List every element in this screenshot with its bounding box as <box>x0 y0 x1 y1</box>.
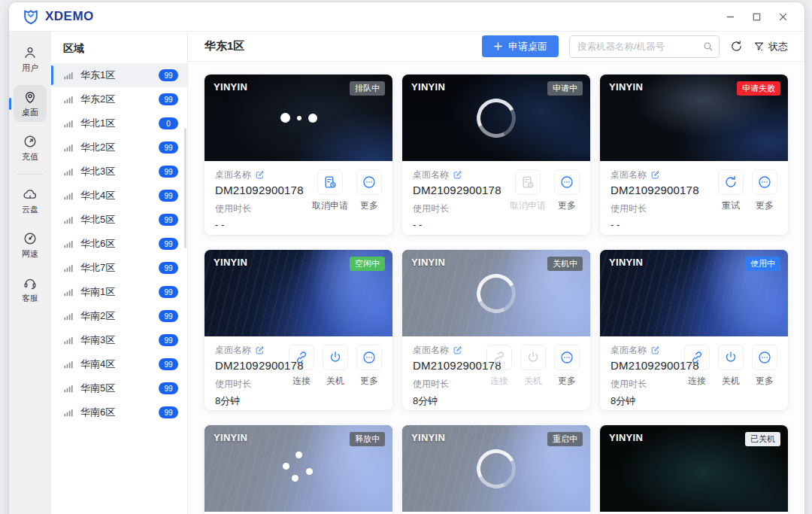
signal-icon <box>63 94 74 105</box>
close-button[interactable] <box>778 12 788 22</box>
more-icon[interactable] <box>356 345 382 370</box>
power-icon[interactable] <box>323 345 348 370</box>
status-filter-label: 状态 <box>768 40 788 53</box>
duration-value: - - <box>413 219 501 230</box>
status-filter[interactable]: 状态 <box>753 40 788 53</box>
edit-name-icon[interactable] <box>650 345 660 355</box>
card-body: 桌面名称DM21092900178使用时长- -取消申请更多 <box>402 161 590 235</box>
region-item[interactable]: 华北3区99 <box>51 160 187 184</box>
action-more[interactable]: 更多 <box>752 169 777 230</box>
edit-name-icon[interactable] <box>650 170 660 180</box>
more-icon[interactable] <box>356 169 382 195</box>
region-item[interactable]: 华南6区99 <box>51 400 187 424</box>
region-count-badge: 99 <box>159 93 178 105</box>
edit-name-icon[interactable] <box>453 345 462 355</box>
action-label: 关机 <box>326 375 344 388</box>
power-icon[interactable] <box>718 345 744 370</box>
region-name: 华南1区 <box>80 285 159 299</box>
signal-icon <box>63 359 74 370</box>
action-power[interactable]: 关机 <box>323 345 348 408</box>
desktop-card: YINYIN申请中桌面名称DM21092900178使用时长- -取消申请更多 <box>402 75 590 235</box>
rail-item-充值[interactable]: 充值 <box>14 129 47 166</box>
rail-divider <box>17 174 43 175</box>
search-input[interactable] <box>569 35 720 58</box>
region-count-badge: 99 <box>159 69 178 81</box>
rail-item-label: 桌面 <box>22 107 38 118</box>
edit-name-icon[interactable] <box>255 170 265 180</box>
region-name: 华南2区 <box>80 309 159 323</box>
desktop-card: YINYIN重启中 <box>402 425 590 514</box>
region-item[interactable]: 华北5区99 <box>51 208 187 232</box>
region-item[interactable]: 华北6区99 <box>51 232 187 256</box>
action-more[interactable]: 更多 <box>554 345 580 408</box>
region-item[interactable]: 华南1区99 <box>51 280 187 304</box>
card-info: 桌面名称DM21092900178使用时长8分钟 <box>413 344 486 408</box>
duration-value: 8分钟 <box>413 394 486 408</box>
maximize-button[interactable] <box>752 12 762 22</box>
edit-name-icon[interactable] <box>453 170 462 180</box>
more-icon[interactable] <box>752 169 777 195</box>
status-badge: 申请中 <box>547 81 583 96</box>
action-link[interactable]: 连接 <box>684 345 710 408</box>
region-item[interactable]: 华北2区99 <box>51 135 187 160</box>
apply-desktop-button[interactable]: 申请桌面 <box>482 35 559 57</box>
more-icon[interactable] <box>554 169 580 195</box>
desktop-preview-image: YINYIN重启中 <box>402 425 590 512</box>
cancel-apply-icon[interactable] <box>317 169 343 195</box>
action-label: 取消申请 <box>510 199 546 212</box>
region-item[interactable]: 华南3区99 <box>51 328 187 352</box>
action-retry[interactable]: 重试 <box>718 169 744 230</box>
rail-item-客服[interactable]: 客服 <box>14 271 47 308</box>
search-icon[interactable] <box>702 41 714 52</box>
card-info: 桌面名称DM21092900178使用时长- - <box>215 169 304 230</box>
link-icon[interactable] <box>684 345 710 370</box>
refresh-icon[interactable] <box>730 40 743 53</box>
edit-name-icon[interactable] <box>255 345 265 355</box>
action-more[interactable]: 更多 <box>752 345 777 408</box>
retry-icon[interactable] <box>718 169 744 195</box>
regions-scrollbar-thumb[interactable] <box>184 128 186 248</box>
action-more[interactable]: 更多 <box>356 345 382 408</box>
region-item[interactable]: 华北1区0 <box>51 111 187 135</box>
rail-item-label: 客服 <box>22 293 38 304</box>
signal-icon <box>63 142 74 154</box>
region-name: 华北3区 <box>80 165 159 178</box>
region-item[interactable]: 华东2区99 <box>51 87 187 111</box>
action-link[interactable]: 连接 <box>289 345 314 408</box>
region-count-badge: 99 <box>159 262 178 274</box>
app-body: 用户桌面充值云盘网速客服 区域 华东1区99华东2区99华北1区0华北2区99华… <box>9 31 804 514</box>
action-power[interactable]: 关机 <box>718 345 744 408</box>
action-cancel-apply[interactable]: 取消申请 <box>312 169 348 230</box>
region-name: 华北1区 <box>80 117 159 130</box>
region-item[interactable]: 华南5区99 <box>51 376 187 400</box>
rail-item-桌面[interactable]: 桌面 <box>14 85 47 122</box>
signal-icon <box>63 166 74 178</box>
machine-id: DM21092900178 <box>215 359 289 372</box>
link-icon[interactable] <box>289 345 314 370</box>
region-count-badge: 99 <box>159 214 178 226</box>
rail-item-云盘[interactable]: 云盘 <box>14 182 47 219</box>
desktop-name-label: 桌面名称 <box>215 169 304 181</box>
region-item[interactable]: 华北7区99 <box>51 256 187 280</box>
signal-icon <box>63 239 74 250</box>
minimize-button[interactable] <box>726 12 735 22</box>
action-cancel-apply: 取消申请 <box>510 169 546 230</box>
region-name: 华东2区 <box>80 93 159 106</box>
header-actions: 申请桌面 <box>482 35 788 58</box>
status-badge: 已关机 <box>745 432 780 446</box>
rail-item-用户[interactable]: 用户 <box>14 41 47 78</box>
rail-item-label: 网速 <box>22 248 38 260</box>
region-item[interactable]: 华北4区99 <box>51 184 187 208</box>
app-window: XDEMO 用户桌面充值云盘网速客服 区域 华东1区99华东2区99华北1区0华… <box>9 2 804 514</box>
rail-item-网速[interactable]: 网速 <box>14 227 47 263</box>
more-icon[interactable] <box>752 345 777 370</box>
region-item[interactable]: 华东1区99 <box>51 63 187 87</box>
action-more[interactable]: 更多 <box>356 169 382 230</box>
region-item[interactable]: 华南2区99 <box>51 304 187 328</box>
region-item[interactable]: 华南4区99 <box>51 352 187 376</box>
main-header: 华东1区 申请桌面 <box>188 32 804 62</box>
more-icon[interactable] <box>554 345 580 370</box>
desktop-card-title: YINYIN <box>214 257 247 268</box>
action-more[interactable]: 更多 <box>554 169 580 230</box>
region-count-badge: 99 <box>159 190 178 202</box>
